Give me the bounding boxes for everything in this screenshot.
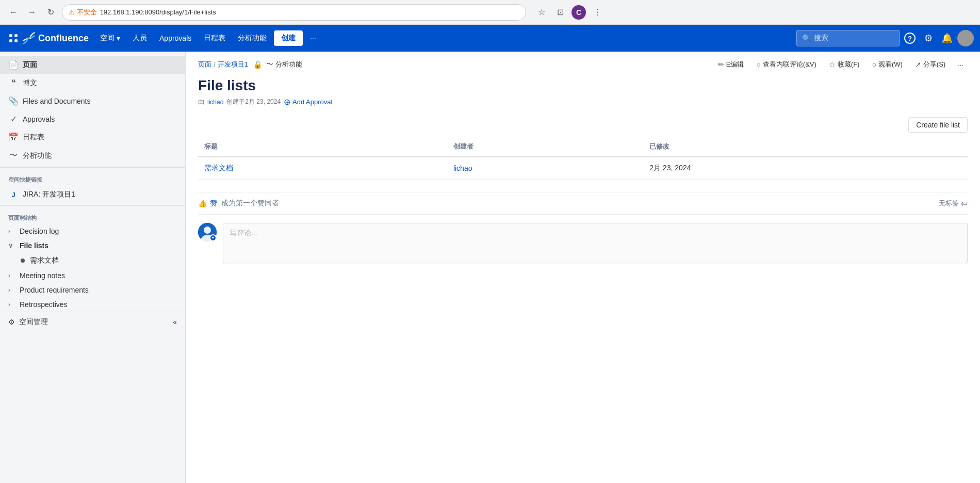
table-row: 需求文档 lichao 2月 23, 2024 <box>198 157 968 180</box>
analytics-breadcrumb-icon: 〜 <box>266 60 273 69</box>
settings-button[interactable]: ⚙ <box>920 30 937 46</box>
like-label: 赞 <box>210 199 217 208</box>
sidebar-tree-requirements-doc[interactable]: 需求文档 <box>0 253 185 268</box>
app-grid-button[interactable] <box>6 31 21 45</box>
share-label: 分享(S) <box>923 60 945 69</box>
breadcrumb-project[interactable]: 开发项目1 <box>218 60 248 69</box>
confluence-logo[interactable]: Confluence <box>23 32 89 44</box>
address-bar[interactable]: ⚠ 不安全 192.168.1.190:8090/display/1/File+… <box>62 4 526 21</box>
nav-analytics[interactable]: 分析功能 <box>233 30 272 46</box>
star-icon: ☆ <box>829 60 836 69</box>
share-button[interactable]: ↗ 分享(S) <box>911 58 950 71</box>
create-file-list-area: Create file list <box>198 117 968 133</box>
help-button[interactable]: ? <box>902 30 918 46</box>
svg-rect-1 <box>14 34 18 37</box>
like-icon: 👍 <box>198 199 207 207</box>
sidebar-label-approvals: Approvals <box>23 115 55 123</box>
file-table: 标题 创建者 已修改 需求文档 lichao 2月 23, 2024 <box>198 137 968 180</box>
search-box[interactable]: 🔍 搜索 <box>796 30 900 46</box>
page-body: File lists 由 lichao 创建于2月 23, 2024 ⊕ Add… <box>186 73 980 277</box>
chevron-right-icon: › <box>8 228 17 235</box>
sidebar-item-approvals[interactable]: ✓ Approvals <box>0 110 185 128</box>
sidebar-label-files: Files and Documents <box>23 97 91 105</box>
comment-placeholder: 写评论... <box>230 229 257 237</box>
nav-schedule[interactable]: 日程表 <box>199 30 231 46</box>
eye-icon: ○ <box>872 60 876 69</box>
nav-space[interactable]: 空间 ▾ <box>95 30 125 46</box>
tag-label: 无标签 <box>939 199 959 208</box>
sidebar-item-page[interactable]: 📄 页面 <box>0 56 185 74</box>
file-title-link[interactable]: 需求文档 <box>204 164 233 172</box>
breadcrumb-sep-1: / <box>214 61 216 69</box>
sidebar-tree-meeting-notes[interactable]: › Meeting notes <box>0 268 185 283</box>
nav-approvals[interactable]: Approvals <box>154 31 197 45</box>
comment-input[interactable]: 写评论... <box>223 223 968 264</box>
col-title: 标题 <box>198 137 447 157</box>
sidebar-item-schedule[interactable]: 📅 日程表 <box>0 128 185 146</box>
avatar-badge: + <box>209 234 217 242</box>
browser-chrome: ← → ↻ ⚠ 不安全 192.168.1.190:8090/display/1… <box>0 0 980 25</box>
profile-button[interactable]: C <box>571 5 586 20</box>
comments-button[interactable]: ○ 查看内联评论(&V) <box>752 58 820 71</box>
sidebar-jira-link[interactable]: J JIRA: 开发项目1 <box>0 186 185 203</box>
sidebar-item-analytics[interactable]: 〜 分析功能 <box>0 146 185 165</box>
tree-item-label-retrospectives: Retrospectives <box>20 300 68 309</box>
col-creator: 创建者 <box>447 137 643 157</box>
tree-item-label-file-lists: File lists <box>20 242 48 250</box>
bullet-icon <box>21 259 25 263</box>
browser-more-button[interactable]: ⋮ <box>590 5 605 20</box>
chevron-right-icon-4: › <box>8 301 17 308</box>
content-area: 页面 / 开发项目1 🔒 〜 分析功能 ✏ E编辑 ○ 查看内联评论(&V) ☆… <box>186 52 980 483</box>
create-file-list-button[interactable]: Create file list <box>908 117 968 133</box>
like-button[interactable]: 👍 赞 <box>198 199 217 208</box>
app-navbar: Confluence 空间 ▾ 人员 Approvals 日程表 分析功能 创建… <box>0 25 980 52</box>
blog-icon: ❝ <box>8 78 19 88</box>
page-title: File lists <box>198 77 968 94</box>
edit-button[interactable]: ✏ E编辑 <box>714 58 748 71</box>
first-liker-text: 成为第一个赞同者 <box>221 199 279 208</box>
sidebar-item-files[interactable]: 📎 Files and Documents <box>0 92 185 110</box>
nav-people[interactable]: 人员 <box>127 30 152 46</box>
tree-item-label-requirements: 需求文档 <box>30 256 59 265</box>
approvals-icon: ✓ <box>8 114 19 124</box>
collapse-icon[interactable]: « <box>173 318 177 326</box>
settings-gear-icon: ⚙ <box>8 318 15 326</box>
add-approval-icon: ⊕ <box>284 97 290 107</box>
forward-button[interactable]: → <box>25 5 39 20</box>
tree-item-label-product-requirements: Product requirements <box>20 286 89 294</box>
sidebar-item-blog[interactable]: ❝ 博文 <box>0 74 185 92</box>
creator-link[interactable]: lichao <box>453 164 472 172</box>
schedule-icon: 📅 <box>8 132 19 142</box>
space-admin-link[interactable]: ⚙ 空间管理 « <box>0 312 185 332</box>
breadcrumb-bar: 页面 / 开发项目1 🔒 〜 分析功能 ✏ E编辑 ○ 查看内联评论(&V) ☆… <box>186 52 980 73</box>
security-warning: ⚠ 不安全 <box>69 8 97 17</box>
comment-avatar: + <box>198 223 217 242</box>
sidebar-tree-file-lists[interactable]: ∨ File lists <box>0 238 185 253</box>
jira-icon: J <box>8 191 19 199</box>
back-button[interactable]: ← <box>6 5 21 20</box>
split-view-button[interactable]: ⊡ <box>553 5 567 20</box>
meta-text: 创建于2月 23, 2024 <box>226 98 281 106</box>
main-layout: 📄 页面 ❝ 博文 📎 Files and Documents ✓ Approv… <box>0 52 980 483</box>
star-button[interactable]: ☆ 收藏(F) <box>825 58 864 71</box>
tree-section-label: 页面树结构 <box>0 208 185 224</box>
sidebar-tree-retrospectives[interactable]: › Retrospectives <box>0 297 185 312</box>
user-avatar[interactable] <box>957 30 974 46</box>
notifications-button[interactable]: 🔔 <box>939 30 955 46</box>
reload-button[interactable]: ↻ <box>43 5 58 20</box>
sidebar-tree-product-requirements[interactable]: › Product requirements <box>0 283 185 297</box>
chevron-right-icon-2: › <box>8 272 17 279</box>
page-more-button[interactable]: ··· <box>954 59 968 71</box>
sidebar-label-schedule: 日程表 <box>23 133 44 142</box>
add-approval-button[interactable]: ⊕ Add Approval <box>284 97 332 107</box>
table-cell-title: 需求文档 <box>198 157 447 180</box>
page-meta: 由 lichao 创建于2月 23, 2024 ⊕ Add Approval <box>198 97 968 107</box>
share-icon: ↗ <box>915 60 921 69</box>
watch-button[interactable]: ○ 观看(W) <box>868 58 906 71</box>
nav-more[interactable]: ··· <box>305 31 321 45</box>
create-button[interactable]: 创建 <box>274 30 303 46</box>
sidebar-tree-decision-log[interactable]: › Decision log <box>0 224 185 238</box>
breadcrumb-page[interactable]: 页面 <box>198 60 211 69</box>
sidebar-divider-2 <box>0 205 185 206</box>
bookmark-button[interactable]: ☆ <box>534 5 549 20</box>
